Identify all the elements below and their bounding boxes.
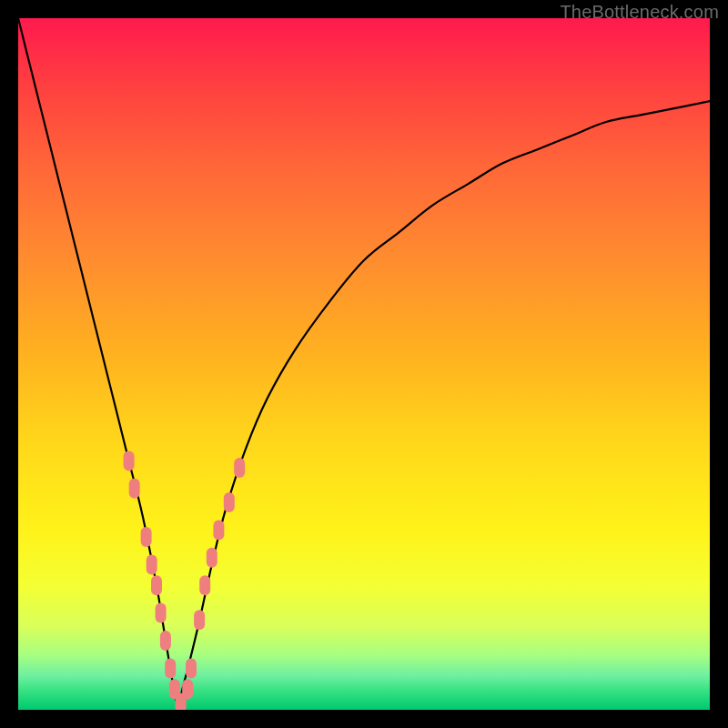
marker-dot [194, 610, 205, 630]
marker-dot [165, 658, 176, 678]
bottleneck-curve [18, 18, 710, 703]
marker-dot [124, 450, 135, 470]
marker-dot [160, 631, 171, 651]
marker-dot [186, 658, 197, 678]
watermark-text: TheBottleneck.com [560, 2, 719, 23]
marker-dot [234, 458, 245, 478]
marker-dot [213, 520, 224, 540]
curve-markers [124, 450, 246, 710]
marker-dot [199, 575, 210, 595]
marker-dot [182, 679, 193, 699]
marker-dot [151, 575, 162, 595]
marker-dot [129, 479, 140, 499]
marker-dot [147, 554, 157, 574]
chart-plot-area [18, 18, 710, 710]
marker-dot [156, 603, 167, 623]
marker-dot [207, 548, 217, 568]
chart-svg [18, 18, 710, 710]
marker-dot [224, 492, 235, 512]
marker-dot [141, 527, 152, 547]
